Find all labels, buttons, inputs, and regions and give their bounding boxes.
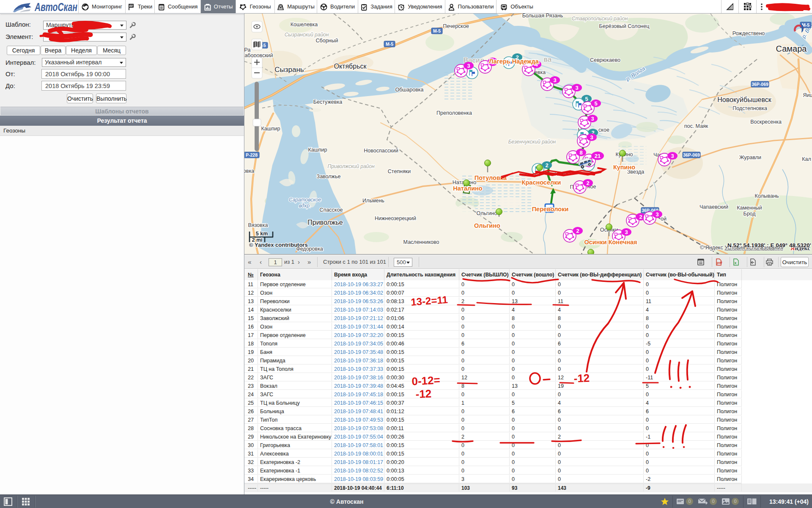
svg-text:Приволжский район: Приволжский район	[327, 163, 375, 169]
svg-text:36Р-069: 36Р-069	[752, 82, 768, 87]
svg-text:Воскресенка: Воскресенка	[750, 119, 782, 125]
svg-text:3: 3	[625, 229, 628, 235]
svg-text:Р-228: Р-228	[246, 152, 258, 157]
svg-text:Кошелевка: Кошелевка	[291, 22, 318, 28]
svg-text:М-5: М-5	[386, 41, 393, 47]
svg-text:3: 3	[590, 134, 593, 141]
svg-text:Ра: Ра	[244, 47, 250, 53]
svg-text:Наталино: Наталино	[453, 185, 483, 192]
svg-text:Безенчукский район: Безенчукский район	[508, 139, 556, 145]
svg-text:pdf: pdf	[717, 261, 722, 265]
svg-text:Каменный: Каменный	[737, 205, 762, 211]
svg-text:ой: ой	[661, 216, 667, 222]
svg-text:Ольгино: Ольгино	[477, 210, 497, 216]
svg-text:3: 3	[575, 85, 578, 91]
svg-text:3: 3	[671, 153, 674, 159]
svg-text:2: 2	[639, 214, 642, 220]
svg-text:Вязовка: Вязовка	[248, 222, 268, 228]
svg-text:Переволоки: Переволоки	[532, 206, 569, 213]
svg-text:x: x	[735, 261, 737, 265]
svg-text:3: 3	[656, 211, 658, 218]
svg-text:Преполовенка: Преполовенка	[436, 110, 472, 116]
svg-text:Кал: Кал	[802, 156, 811, 162]
svg-text:N 52° 54.1938' ; E 049° 48.532: N 52° 54.1938' ; E 049° 48.5320'	[727, 242, 811, 248]
svg-text:ва: ва	[544, 55, 552, 64]
svg-text:5 km: 5 km	[256, 231, 268, 237]
svg-text:8: 8	[579, 149, 582, 156]
svg-text:Чапаевский: Чапаевский	[700, 204, 728, 210]
svg-text:Яиц: Яиц	[803, 92, 812, 98]
svg-text:Сызрань: Сызрань	[274, 66, 304, 74]
svg-text:Нижнеозерецкий: Нижнеозерецкий	[375, 215, 416, 221]
svg-text:Заволжье: Заволжье	[317, 174, 341, 179]
svg-text:вдхр.: вдхр.	[299, 203, 311, 209]
svg-text:Севрюкаево: Севрюкаево	[590, 57, 620, 63]
svg-text:М-5: М-5	[433, 28, 441, 33]
svg-text:Лагерь Надежда: Лагерь Надежда	[489, 58, 539, 65]
svg-text:36Р-069: 36Р-069	[683, 152, 700, 157]
svg-text:5: 5	[585, 96, 588, 102]
svg-text:Масленниково: Масленниково	[403, 239, 439, 245]
svg-text:Печерское: Печерское	[443, 23, 469, 29]
svg-text:3: 3	[591, 116, 594, 122]
svg-text:Степняки: Степняки	[388, 168, 411, 174]
svg-text:3: 3	[467, 63, 470, 69]
svg-text:Обшаровка: Обшаровка	[395, 87, 423, 93]
svg-text:овка: овка	[244, 168, 254, 174]
svg-text:2: 2	[545, 162, 548, 168]
svg-text:Приволжье: Приволжье	[307, 219, 343, 226]
svg-text:Берёзовый Солонец: Берёзовый Солонец	[599, 23, 650, 29]
svg-text:Ставропольский район: Ставропольский район	[572, 16, 628, 22]
svg-text:Новокуйбышевск: Новокуйбышевск	[717, 96, 772, 103]
svg-text:ское: ское	[598, 127, 609, 133]
svg-text:Колывань: Колывань	[754, 193, 779, 199]
svg-text:пос. Маяк: пос. Маяк	[684, 123, 708, 129]
svg-text:Ильмень: Ильмень	[362, 198, 384, 204]
svg-text:Саратовское: Саратовское	[289, 197, 321, 203]
svg-text:© Yandex contributors: © Yandex contributors	[249, 242, 308, 248]
svg-text:Октябрьск: Октябрьск	[334, 63, 367, 70]
svg-text:Красноселки: Красноселки	[522, 179, 561, 186]
svg-text:Купино: Купино	[613, 164, 635, 171]
svg-text:Новоспасский: Новоспасский	[364, 148, 398, 154]
svg-text:Журавли: Журавли	[739, 155, 761, 160]
svg-text:Самара: Самара	[776, 44, 807, 53]
svg-text:Большая Рязань: Большая Рязань	[522, 14, 563, 19]
svg-text:Подстепновка: Подстепновка	[732, 105, 767, 111]
svg-text:Осинки Конечная: Осинки Конечная	[584, 239, 637, 246]
svg-text:-5: -5	[262, 43, 266, 48]
svg-text:Рождествено: Рождествено	[732, 30, 765, 36]
svg-text:Кашпир: Кашпир	[308, 147, 327, 153]
svg-text:21: 21	[595, 153, 601, 159]
svg-text:Спасское: Спасское	[320, 207, 343, 213]
svg-text:5: 5	[594, 100, 597, 107]
svg-text:2: 2	[586, 180, 589, 186]
svg-text:Брод: Брод	[743, 211, 756, 217]
svg-text:Кашпир: Кашпир	[261, 126, 280, 132]
svg-text:Ольгино: Ольгино	[474, 222, 500, 229]
svg-text:Сборный: Сборный	[316, 38, 338, 44]
svg-text:Бестужевка: Бестужевка	[313, 99, 342, 105]
svg-text:2: 2	[576, 228, 579, 234]
svg-text:3: 3	[553, 77, 556, 83]
svg-text:Сызранский район: Сызранский район	[285, 32, 329, 38]
